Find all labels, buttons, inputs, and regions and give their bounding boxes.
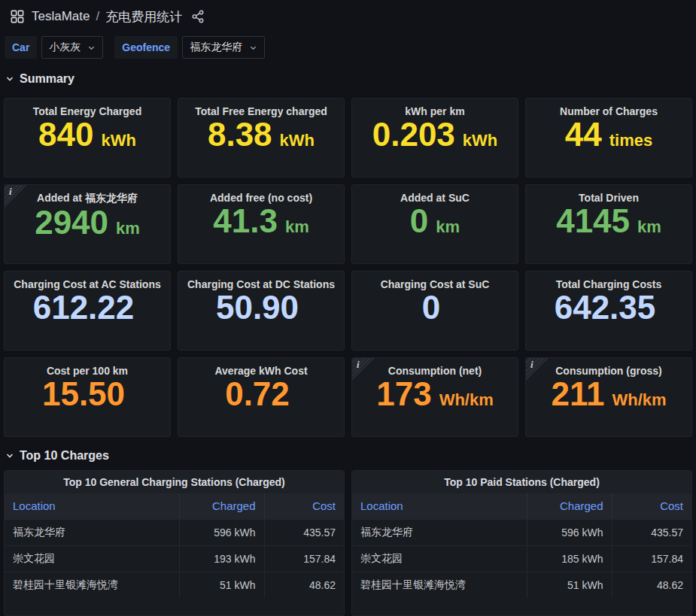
section-title: Summary bbox=[20, 72, 74, 86]
top-charges-tables: Top 10 General Charging Stations (Charge… bbox=[4, 470, 692, 616]
summary-stats-grid: Total Energy Charged 840 kWh Total Free … bbox=[4, 98, 692, 437]
breadcrumb-app[interactable]: TeslaMate bbox=[32, 9, 90, 24]
stat-unit: kWh bbox=[280, 131, 315, 150]
dashboard-page: TeslaMate / 充电费用统计 Car 小灰灰 Geofence bbox=[0, 0, 696, 616]
cell-location: 崇文花园 bbox=[5, 545, 179, 572]
stat-panel: Charging Cost at SuC 0 bbox=[351, 271, 518, 350]
panel-info-icon[interactable]: i bbox=[5, 185, 27, 208]
stat-panel: Total Charging Costs 642.35 bbox=[525, 271, 692, 350]
stat-unit: km bbox=[285, 217, 309, 237]
stat-value: 0 bbox=[422, 289, 440, 327]
stat-panel: Added at SuC 0 km bbox=[351, 184, 518, 264]
stat-panel: i Consumption (net) 173 Wh/km bbox=[351, 357, 518, 437]
car-filter-select[interactable]: 小灰灰 bbox=[41, 36, 103, 59]
col-header-charged[interactable]: Charged bbox=[527, 493, 612, 519]
stat-value: 0.72 bbox=[225, 375, 290, 414]
stat-value: 15.50 bbox=[42, 375, 125, 414]
stat-value: 211 bbox=[551, 375, 604, 414]
cell-cost: 157.84 bbox=[264, 545, 344, 572]
cell-location: 碧桂园十里银滩海悦湾 bbox=[5, 572, 179, 598]
table-row: 福东龙华府 596 kWh 435.57 bbox=[352, 519, 691, 545]
stat-unit: km bbox=[436, 217, 460, 237]
stat-panel: kWh per km 0.203 kWh bbox=[351, 98, 518, 178]
variables-row: Car 小灰灰 Geofence 福东龙华府 bbox=[0, 27, 696, 63]
cell-charged: 51 kWh bbox=[527, 572, 612, 598]
stat-panel: Charging Cost at AC Stations 612.22 bbox=[4, 271, 171, 350]
cell-charged: 51 kWh bbox=[179, 572, 264, 598]
stat-unit: times bbox=[609, 131, 652, 150]
stat-unit: kWh bbox=[463, 131, 497, 150]
stat-panel: i Added at 福东龙华府 2940 km bbox=[4, 184, 171, 264]
stat-value: 840 bbox=[38, 116, 93, 154]
stat-value: 50.90 bbox=[216, 289, 299, 327]
stat-value: 4145 bbox=[556, 202, 630, 241]
top-header: TeslaMate / 充电费用统计 bbox=[0, 0, 696, 27]
chevron-down-icon bbox=[5, 451, 14, 460]
chevron-down-icon bbox=[5, 74, 14, 83]
stat-value: 2940 bbox=[35, 204, 108, 242]
cell-location: 碧桂园十里银滩海悦湾 bbox=[352, 572, 527, 598]
table-row: 崇文花园 185 kWh 157.84 bbox=[352, 545, 691, 572]
section-top-charges[interactable]: Top 10 Charges bbox=[0, 437, 696, 470]
stat-value: 41.3 bbox=[213, 202, 278, 241]
table-header-row: Location Charged Cost bbox=[352, 493, 691, 519]
stat-value: 44 bbox=[565, 116, 602, 154]
geofence-filter-label: Geofence bbox=[114, 36, 178, 59]
stat-value: 612.22 bbox=[33, 289, 135, 327]
chevron-down-icon bbox=[87, 44, 96, 52]
car-filter: Car 小灰灰 bbox=[5, 36, 103, 59]
car-filter-value: 小灰灰 bbox=[49, 41, 81, 54]
dashboard-grid-icon bbox=[11, 10, 24, 23]
stat-unit: km bbox=[637, 217, 661, 237]
breadcrumb-page[interactable]: 充电费用统计 bbox=[105, 8, 182, 26]
table-title[interactable]: Top 10 General Charging Stations (Charge… bbox=[5, 471, 344, 493]
car-filter-label: Car bbox=[5, 36, 37, 59]
stat-unit: Wh/km bbox=[612, 390, 666, 410]
geofence-filter-select[interactable]: 福东龙华府 bbox=[182, 36, 265, 59]
table-row: 福东龙华府 596 kWh 435.57 bbox=[5, 519, 344, 545]
stat-value: 173 bbox=[376, 375, 431, 414]
col-header-location[interactable]: Location bbox=[352, 493, 527, 519]
table-row: 崇文花园 193 kWh 157.84 bbox=[5, 545, 344, 572]
table-row: 碧桂园十里银滩海悦湾 51 kWh 48.62 bbox=[352, 572, 691, 598]
cell-cost: 435.57 bbox=[612, 519, 691, 545]
stat-panel: Cost per 100 km 15.50 bbox=[4, 357, 171, 437]
table-row: 碧桂园十里银滩海悦湾 51 kWh 48.62 bbox=[5, 572, 344, 598]
table-panel-paid-stations: Top 10 Paid Stations (Charged) Location … bbox=[351, 470, 692, 616]
stat-panel: Number of Charges 44 times bbox=[525, 98, 692, 178]
geofence-filter-value: 福东龙华府 bbox=[190, 41, 242, 54]
cell-charged: 596 kWh bbox=[527, 519, 612, 545]
stat-unit: Wh/km bbox=[439, 390, 494, 410]
col-header-location[interactable]: Location bbox=[5, 493, 179, 519]
stat-unit: km bbox=[116, 219, 140, 238]
col-header-cost[interactable]: Cost bbox=[612, 493, 691, 519]
cell-location: 崇文花园 bbox=[352, 545, 527, 572]
stat-panel: Charging Cost at DC Stations 50.90 bbox=[178, 271, 345, 350]
table-title[interactable]: Top 10 Paid Stations (Charged) bbox=[352, 471, 691, 493]
stat-unit: kWh bbox=[101, 131, 135, 150]
cell-cost: 48.62 bbox=[612, 572, 691, 598]
section-title: Top 10 Charges bbox=[20, 449, 109, 463]
stat-value: 0.203 bbox=[372, 116, 455, 154]
panel-info-icon[interactable]: i bbox=[526, 358, 549, 381]
cell-charged: 185 kWh bbox=[527, 545, 612, 572]
stat-value: 0 bbox=[410, 202, 428, 241]
cell-cost: 48.62 bbox=[264, 572, 344, 598]
general-stations-table: Location Charged Cost 福东龙华府 596 kWh 435.… bbox=[5, 493, 344, 598]
stat-panel: i Consumption (gross) 211 Wh/km bbox=[525, 357, 692, 437]
paid-stations-table: Location Charged Cost 福东龙华府 596 kWh 435.… bbox=[352, 493, 691, 598]
breadcrumb-separator: / bbox=[96, 9, 99, 24]
stat-panel: Total Energy Charged 840 kWh bbox=[4, 98, 171, 178]
cell-charged: 193 kWh bbox=[179, 545, 264, 572]
share-icon[interactable] bbox=[191, 10, 205, 23]
col-header-cost[interactable]: Cost bbox=[264, 493, 344, 519]
panel-info-icon[interactable]: i bbox=[352, 358, 375, 381]
cell-location: 福东龙华府 bbox=[5, 519, 179, 545]
section-summary[interactable]: Summary bbox=[0, 63, 696, 93]
geofence-filter: Geofence 福东龙华府 bbox=[114, 36, 265, 59]
stat-value: 8.38 bbox=[208, 116, 272, 154]
stat-panel: Total Free Energy charged 8.38 kWh bbox=[178, 98, 345, 178]
stat-panel: Added free (no cost) 41.3 km bbox=[178, 184, 345, 264]
stat-panel: Average kWh Cost 0.72 bbox=[178, 357, 345, 437]
col-header-charged[interactable]: Charged bbox=[179, 493, 264, 519]
